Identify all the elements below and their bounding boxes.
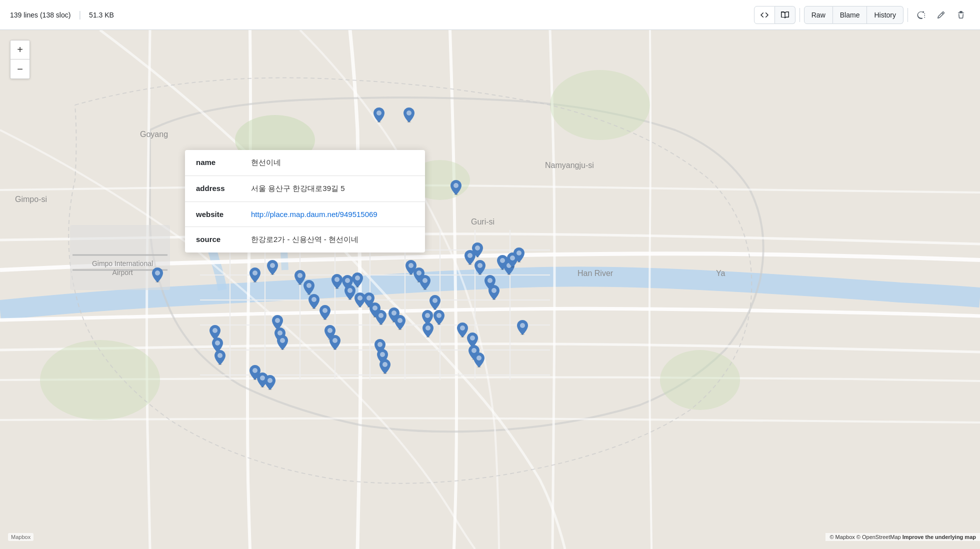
preview-button[interactable] <box>775 6 796 24</box>
raw-button[interactable]: Raw <box>804 6 833 24</box>
svg-point-85 <box>492 299 496 300</box>
svg-point-25 <box>407 122 411 123</box>
svg-point-34 <box>298 273 302 278</box>
svg-point-106 <box>215 340 220 346</box>
svg-point-79 <box>476 256 480 258</box>
map-pin[interactable] <box>420 275 430 290</box>
svg-point-51 <box>358 306 362 308</box>
svg-point-49 <box>348 299 352 300</box>
map-pin[interactable] <box>152 268 163 282</box>
map-pin[interactable] <box>304 280 314 295</box>
delete-button[interactable] <box>952 6 970 24</box>
svg-point-48 <box>348 288 352 293</box>
svg-point-40 <box>322 308 328 313</box>
svg-point-30 <box>252 270 258 276</box>
map-container[interactable]: Goyang Gimpo-si Gimpo InternationalAirpo… <box>0 30 980 549</box>
popup-value: http://place.map.daum.net/949515069 <box>240 202 425 227</box>
svg-point-38 <box>312 297 316 302</box>
svg-point-78 <box>475 246 480 250</box>
svg-point-62 <box>408 263 414 268</box>
svg-point-81 <box>478 274 482 276</box>
action-group: Raw Blame History <box>804 6 904 24</box>
svg-point-122 <box>380 352 385 357</box>
map-pin[interactable] <box>517 320 528 335</box>
separator-1 <box>800 8 800 22</box>
map-pin[interactable] <box>380 359 390 374</box>
code-icon <box>760 11 768 19</box>
map-pin[interactable] <box>514 248 524 262</box>
map-pin[interactable] <box>474 352 484 368</box>
svg-point-67 <box>423 289 427 290</box>
svg-point-28 <box>155 270 160 276</box>
map-pin[interactable] <box>374 108 384 122</box>
svg-point-75 <box>437 324 441 326</box>
map-pin[interactable] <box>422 322 434 338</box>
svg-point-119 <box>333 349 337 350</box>
map-pin[interactable] <box>394 315 406 330</box>
svg-point-63 <box>409 274 413 276</box>
svg-point-91 <box>510 266 514 268</box>
svg-point-118 <box>332 338 338 343</box>
svg-point-77 <box>468 264 472 266</box>
svg-point-41 <box>323 319 327 320</box>
map-pin[interactable] <box>450 180 462 195</box>
svg-point-102 <box>476 356 482 360</box>
popup-key: website <box>185 202 240 227</box>
map-pin[interactable] <box>404 108 414 122</box>
svg-point-124 <box>382 362 388 367</box>
svg-point-24 <box>406 110 412 116</box>
svg-point-72 <box>432 298 438 303</box>
map-pin[interactable] <box>250 268 260 282</box>
map-pin[interactable] <box>376 310 386 325</box>
map-pin[interactable] <box>264 375 276 390</box>
edit-button[interactable] <box>932 6 950 24</box>
map-pin[interactable] <box>434 310 444 325</box>
desktop-button[interactable] <box>912 6 930 24</box>
svg-point-89 <box>507 274 511 276</box>
blame-button[interactable]: Blame <box>833 6 868 24</box>
svg-point-95 <box>520 334 524 336</box>
desktop-icon <box>917 11 925 19</box>
separator-2 <box>908 8 908 22</box>
map-pin[interactable] <box>488 285 500 300</box>
svg-point-110 <box>275 318 280 323</box>
map-pin[interactable] <box>474 260 486 275</box>
popup: name현선이네address서울 용산구 한강대로39길 5websiteht… <box>185 150 425 252</box>
size-label: 51.3 KB <box>89 11 114 19</box>
svg-point-32 <box>270 263 275 268</box>
map-pin[interactable] <box>457 322 468 338</box>
code-view-button[interactable] <box>754 6 775 24</box>
svg-point-50 <box>358 296 362 300</box>
svg-point-70 <box>426 326 430 330</box>
map-pin[interactable] <box>308 294 320 309</box>
popup-row: address서울 용산구 한강대로39길 5 <box>185 176 425 202</box>
map-pin[interactable] <box>330 335 340 350</box>
map-pin[interactable] <box>277 335 288 350</box>
svg-point-103 <box>477 366 481 368</box>
svg-point-56 <box>378 313 384 318</box>
map-pin[interactable] <box>332 274 342 289</box>
zoom-out-button[interactable]: − <box>10 60 30 78</box>
map-pin[interactable] <box>267 260 278 275</box>
popup-table: name현선이네address서울 용산구 한강대로39길 5websiteht… <box>185 150 425 252</box>
map-pin[interactable] <box>320 305 330 320</box>
copyright-text: © Mapbox © OpenStreetMap <box>830 534 902 540</box>
edit-icon <box>937 11 945 19</box>
map-pin[interactable] <box>430 295 440 310</box>
popup-row: name현선이네 <box>185 150 425 176</box>
zoom-in-button[interactable]: + <box>10 40 30 60</box>
history-button[interactable]: History <box>867 6 904 24</box>
svg-point-82 <box>488 278 492 283</box>
popup-key: name <box>185 150 240 176</box>
svg-point-109 <box>218 364 222 366</box>
popup-key: address <box>185 176 240 202</box>
svg-point-27 <box>454 194 458 196</box>
popup-value: 현선이네 <box>240 150 425 176</box>
svg-point-116 <box>328 328 332 333</box>
map-pin[interactable] <box>214 350 226 365</box>
improve-map-link[interactable]: Improve the underlying map <box>902 534 976 540</box>
map-pin[interactable] <box>472 242 483 258</box>
popup-link[interactable]: http://place.map.daum.net/949515069 <box>251 210 378 218</box>
map-pin[interactable] <box>344 285 356 300</box>
svg-point-131 <box>268 389 272 390</box>
